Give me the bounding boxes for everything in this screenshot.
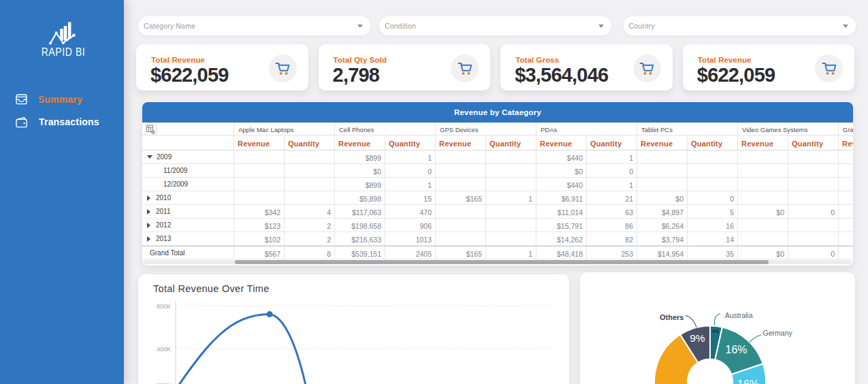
svg-text:Germany: Germany xyxy=(763,329,793,337)
svg-text:400K: 400K xyxy=(157,346,171,353)
svg-text:600K: 600K xyxy=(157,303,171,310)
svg-text:Others: Others xyxy=(660,313,684,321)
svg-text:16%: 16% xyxy=(737,379,759,384)
svg-text:Australia: Australia xyxy=(725,311,753,319)
svg-text:4%: 4% xyxy=(712,329,719,334)
svg-text:9%: 9% xyxy=(690,332,705,344)
svg-text:16%: 16% xyxy=(725,344,747,355)
svg-text:200K: 200K xyxy=(157,382,171,384)
